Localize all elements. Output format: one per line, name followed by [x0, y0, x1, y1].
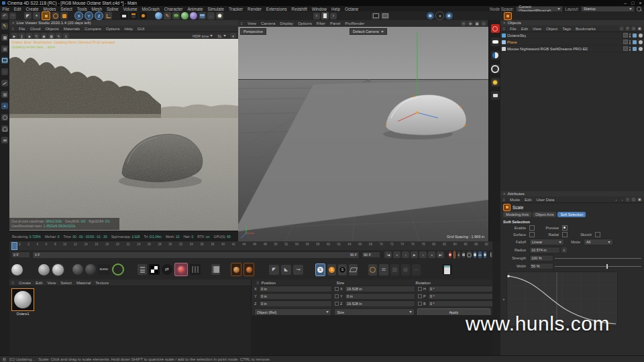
- texture-tag-icon[interactable]: [639, 34, 643, 38]
- preview-range-slider[interactable]: 0 F 90 F: [32, 251, 360, 259]
- screen-layout-a-icon[interactable]: [372, 13, 380, 19]
- quantize-icon[interactable]: [368, 264, 377, 276]
- transport-button[interactable]: »: [428, 251, 435, 258]
- live-viewer-menu-item[interactable]: Help: [122, 27, 135, 31]
- snap-disabled-b-icon[interactable]: [401, 264, 410, 276]
- objects-menu-item[interactable]: View: [531, 27, 544, 31]
- sketch-checkbox[interactable]: [595, 232, 600, 237]
- octane-toolbar-icon[interactable]: [504, 12, 512, 20]
- octane-live-viewer-icon[interactable]: [491, 24, 500, 33]
- objects-menu-item[interactable]: File: [508, 27, 519, 31]
- texture-grid-icon[interactable]: [190, 264, 201, 275]
- octane-target-icon[interactable]: [491, 64, 500, 73]
- material-thumbnail[interactable]: [11, 288, 34, 311]
- record-parameter-icon[interactable]: [474, 251, 476, 258]
- enable-checkbox[interactable]: [529, 225, 535, 231]
- object-visibility-dots[interactable]: [629, 40, 631, 44]
- object-layer-box[interactable]: [623, 46, 628, 51]
- object-visibility-dots[interactable]: [629, 47, 631, 51]
- material-menu-item[interactable]: Texture: [93, 281, 111, 285]
- render-picture-viewer-icon[interactable]: [129, 12, 138, 19]
- objects-menu-item[interactable]: Tags: [560, 27, 574, 31]
- mode-select[interactable]: All: [584, 239, 613, 245]
- menu-item[interactable]: Extensions: [264, 7, 289, 11]
- search-icon[interactable]: [637, 7, 641, 11]
- live-viewer-menu-item[interactable]: GUI: [135, 27, 147, 31]
- material-preset-glass-icon[interactable]: [25, 264, 36, 276]
- tab-object-axis[interactable]: Object Axis: [533, 212, 557, 217]
- viewport-menu-item[interactable]: ProRender: [343, 21, 367, 25]
- mograph-icon[interactable]: [181, 12, 189, 19]
- render-view-icon[interactable]: [120, 12, 128, 19]
- viewport-label[interactable]: Perspective: [240, 28, 266, 35]
- menu-item[interactable]: MoGraph: [140, 7, 162, 11]
- rotation-p-field[interactable]: 0 °: [428, 293, 496, 300]
- snap-enable-button[interactable]: S: [315, 263, 325, 276]
- live-viewer-tool-icon[interactable]: ◉: [41, 33, 47, 39]
- attributes-menu-item[interactable]: User Data: [534, 198, 557, 202]
- material-preset-standard-icon[interactable]: [11, 264, 23, 276]
- size-x-field[interactable]: 19.528 in: [345, 286, 415, 292]
- calculator-icon[interactable]: [442, 264, 452, 275]
- objects-path-icon[interactable]: ◇: [631, 26, 636, 31]
- transport-button[interactable]: ▶: [411, 251, 418, 258]
- attributes-header[interactable]: × Attributes: [500, 191, 644, 196]
- octane-glossy-material-icon[interactable]: [85, 264, 96, 275]
- selection-filter-icon[interactable]: ◤: [269, 265, 279, 275]
- live-viewer-tool-icon[interactable]: ▦: [48, 33, 54, 39]
- workplane-mode-icon[interactable]: [1, 57, 8, 64]
- move-tool-icon[interactable]: +: [33, 12, 40, 19]
- timeline-playhead[interactable]: [11, 242, 17, 250]
- camera-selector[interactable]: Default Camera: [350, 28, 387, 35]
- live-selection-icon[interactable]: ◤: [24, 12, 32, 19]
- menu-item[interactable]: Edit: [11, 7, 23, 11]
- polygons-mode-icon[interactable]: [1, 91, 8, 98]
- material-name[interactable]: Octane1: [11, 312, 34, 316]
- menu-item[interactable]: Animate: [185, 7, 205, 11]
- material-menu-item[interactable]: Edit: [34, 281, 45, 285]
- octane-diffuse-material-icon[interactable]: [72, 264, 83, 275]
- nav-back-icon[interactable]: ‹: [313, 13, 320, 19]
- objects-menu-item[interactable]: Bookmarks: [573, 27, 598, 31]
- octane-materials-icon[interactable]: [491, 38, 500, 46]
- add-primitive-icon[interactable]: [155, 12, 162, 19]
- live-viewer-header[interactable]: × Live Viewer Studio 2020.1.4 (20 days l…: [9, 20, 238, 25]
- live-viewer-menu-item[interactable]: Cloud: [28, 27, 43, 31]
- width-field[interactable]: 50 %: [529, 263, 553, 269]
- rotate-tool-icon[interactable]: [52, 12, 59, 19]
- size-z-field[interactable]: 19.528 in: [345, 300, 415, 307]
- environment-icon[interactable]: [199, 12, 206, 19]
- live-viewer-tool-icon[interactable]: ≡: [63, 33, 69, 39]
- transport-button[interactable]: ›: [419, 251, 427, 258]
- octane-daylight-icon[interactable]: [491, 78, 500, 86]
- axis-lock-y-button[interactable]: Y: [85, 11, 93, 20]
- material-menu-item[interactable]: Material: [74, 281, 93, 285]
- light-icon[interactable]: [216, 12, 223, 19]
- make-editable-icon[interactable]: ✎: [1, 23, 8, 29]
- enable-axis-icon[interactable]: +: [1, 103, 8, 109]
- live-viewer-menu-item[interactable]: Objects: [43, 27, 61, 31]
- snap-icon[interactable]: [1, 125, 8, 132]
- radius-stepper[interactable]: ⇕: [561, 247, 567, 253]
- objects-close-icon[interactable]: ▣: [637, 26, 642, 31]
- current-frame-field[interactable]: 0 F: [11, 251, 30, 258]
- live-viewer-tool-icon[interactable]: ■: [26, 33, 32, 39]
- redo-icon[interactable]: ↷: [9, 13, 16, 19]
- viewport-menu-item[interactable]: View: [246, 21, 259, 25]
- live-viewer-menu-item[interactable]: Options: [103, 27, 122, 31]
- snap-disabled-c-icon[interactable]: [412, 264, 421, 276]
- checkerboard-icon[interactable]: [149, 264, 160, 275]
- timeline-ruler[interactable]: 0246810121416182022242628303234363840424…: [9, 241, 492, 251]
- object-visibility-dots[interactable]: [629, 34, 631, 38]
- viewport-canvas[interactable]: Perspective Default Camera Grid Spacing …: [238, 27, 488, 241]
- object-tag-icon[interactable]: [633, 34, 637, 38]
- material-item[interactable]: Octane1: [11, 288, 34, 316]
- objects-header[interactable]: × Objects: [500, 20, 644, 25]
- viewport-solo-icon[interactable]: [1, 114, 8, 121]
- scale-tool-icon[interactable]: [42, 11, 50, 20]
- sl-dropdown[interactable]: SL: [217, 34, 222, 38]
- menu-item[interactable]: Redshift: [289, 7, 309, 11]
- live-viewer-tool-icon[interactable]: ✎: [56, 33, 62, 39]
- edges-mode-icon[interactable]: [1, 80, 8, 86]
- attributes-menu-item[interactable]: Edit: [523, 198, 534, 202]
